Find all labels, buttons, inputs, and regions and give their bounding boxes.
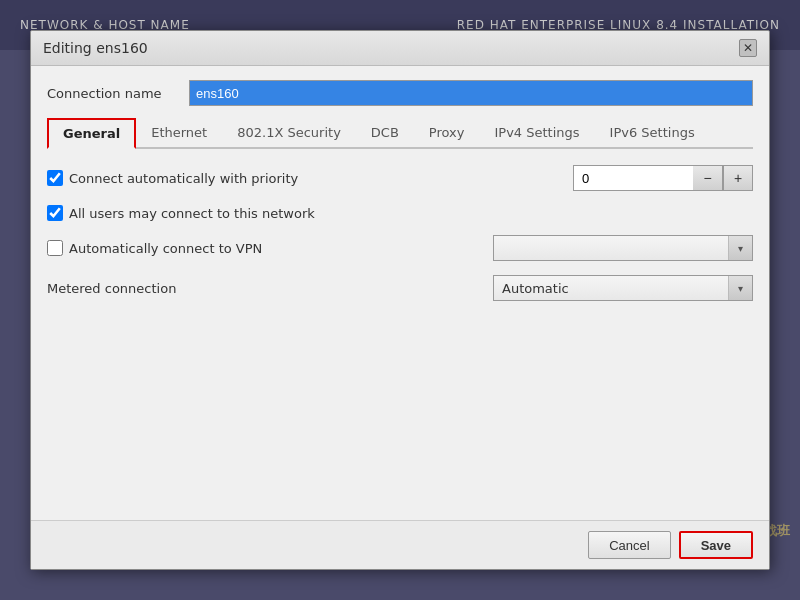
tab-content-general: Connect automatically with priority − + … (47, 165, 753, 506)
connection-name-input[interactable] (189, 80, 753, 106)
metered-connection-label: Metered connection (47, 281, 176, 296)
tab-proxy[interactable]: Proxy (414, 118, 480, 147)
cancel-button[interactable]: Cancel (588, 531, 670, 559)
priority-input[interactable] (573, 165, 693, 191)
all-users-checkbox[interactable] (47, 205, 63, 221)
tab-ethernet[interactable]: Ethernet (136, 118, 222, 147)
metered-connection-arrow: ▾ (728, 276, 752, 300)
priority-control: − + (573, 165, 753, 191)
auto-vpn-row: Automatically connect to VPN ▾ (47, 235, 753, 261)
save-button[interactable]: Save (679, 531, 753, 559)
close-button[interactable]: ✕ (739, 39, 757, 57)
vpn-dropdown-arrow: ▾ (728, 236, 752, 260)
tabs-container: General Ethernet 802.1X Security DCB Pro… (47, 118, 753, 149)
dialog: Editing ens160 ✕ Connection name General… (30, 30, 770, 570)
priority-minus-button[interactable]: − (693, 165, 723, 191)
dialog-titlebar: Editing ens160 ✕ (31, 31, 769, 66)
dialog-body: Connection name General Ethernet 802.1X … (31, 66, 769, 520)
auto-vpn-text: Automatically connect to VPN (69, 241, 262, 256)
auto-vpn-label[interactable]: Automatically connect to VPN (47, 240, 262, 256)
tab-ipv4-settings[interactable]: IPv4 Settings (479, 118, 594, 147)
connect-automatically-label[interactable]: Connect automatically with priority (47, 170, 298, 186)
dialog-title: Editing ens160 (43, 40, 148, 56)
tab-general[interactable]: General (47, 118, 136, 149)
metered-connection-row: Metered connection Automatic ▾ (47, 275, 753, 301)
dialog-overlay: Editing ens160 ✕ Connection name General… (0, 0, 800, 600)
metered-connection-value: Automatic (494, 281, 728, 296)
all-users-text: All users may connect to this network (69, 206, 315, 221)
connect-automatically-checkbox[interactable] (47, 170, 63, 186)
vpn-dropdown[interactable]: ▾ (493, 235, 753, 261)
tab-dcb[interactable]: DCB (356, 118, 414, 147)
auto-vpn-checkbox[interactable] (47, 240, 63, 256)
priority-plus-button[interactable]: + (723, 165, 753, 191)
all-users-row: All users may connect to this network (47, 205, 753, 221)
connection-name-row: Connection name (47, 80, 753, 106)
all-users-label[interactable]: All users may connect to this network (47, 205, 315, 221)
connection-name-label: Connection name (47, 86, 177, 101)
metered-connection-dropdown[interactable]: Automatic ▾ (493, 275, 753, 301)
dialog-footer: Cancel Save (31, 520, 769, 569)
connect-automatically-text: Connect automatically with priority (69, 171, 298, 186)
tab-ipv6-settings[interactable]: IPv6 Settings (595, 118, 710, 147)
tab-8021x-security[interactable]: 802.1X Security (222, 118, 356, 147)
connect-automatically-row: Connect automatically with priority − + (47, 165, 753, 191)
